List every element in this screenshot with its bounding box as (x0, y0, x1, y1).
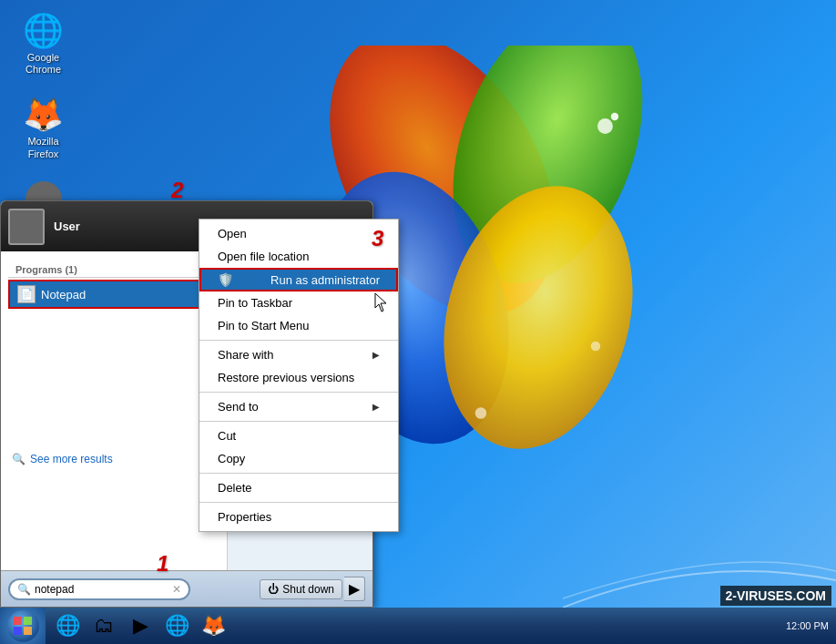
context-open-file-location-label: Open file location (218, 250, 309, 263)
context-delete-label: Delete (218, 481, 252, 495)
chrome-label: Google Chrome (13, 52, 74, 76)
shutdown-arrow-icon: ▶ (349, 580, 360, 598)
context-open-label: Open (218, 227, 247, 240)
context-send-to[interactable]: Send to ▶ (199, 395, 398, 418)
context-properties[interactable]: Properties (199, 506, 398, 528)
context-open-file-location[interactable]: Open file location (199, 245, 398, 268)
shutdown-container: ⏻ Shut down ▶ (260, 577, 365, 601)
notepad-item[interactable]: 📄 Notepad (8, 280, 219, 309)
label-3: 3 (372, 226, 383, 251)
desktop: 🌐 Google Chrome 🦊 Mozilla Firefox 1 2 3 … (0, 0, 836, 644)
context-pin-start[interactable]: Pin to Start Menu (199, 314, 398, 337)
context-properties-label: Properties (218, 510, 271, 524)
taskbar-chrome-icon[interactable]: 🌐 (159, 609, 194, 642)
taskbar-firefox-icon[interactable]: 🦊 (196, 609, 230, 642)
send-to-arrow: ▶ (372, 402, 380, 412)
context-share-with-label: Share with (218, 348, 273, 362)
shutdown-arrow-button[interactable]: ▶ (344, 577, 365, 601)
start-button[interactable] (0, 608, 46, 644)
svg-rect-10 (24, 617, 32, 625)
taskbar-right: 12:00 PM (779, 620, 836, 631)
shutdown-label: Shut down (282, 583, 334, 596)
firefox-icon-desktop[interactable]: 🦊 Mozilla Firefox (9, 93, 77, 163)
context-restore-prev-label: Restore previous versions (218, 371, 354, 384)
svg-rect-11 (14, 627, 22, 635)
separator-3 (199, 421, 398, 422)
share-with-arrow: ▶ (372, 350, 380, 360)
context-pin-taskbar-label: Pin to Taskbar (218, 296, 292, 310)
context-copy[interactable]: Copy (199, 447, 398, 470)
context-run-as-admin[interactable]: 🛡️ Run as administrator (199, 268, 398, 291)
username: User (54, 220, 80, 233)
separator-5 (199, 502, 398, 503)
context-menu: Open Open file location 🛡️ Run as admini… (199, 219, 399, 532)
notepad-label: Notepad (41, 288, 86, 302)
watermark: 2-VIRUSES.COM (720, 586, 831, 606)
desktop-icons: 🌐 Google Chrome 🦊 Mozilla Firefox (9, 9, 77, 224)
context-open[interactable]: Open (199, 222, 398, 245)
search-clear-button[interactable]: ✕ (172, 583, 181, 596)
start-menu-left: Programs (1) 📄 Notepad 🔍 See more result… (1, 251, 227, 570)
separator-1 (199, 340, 398, 341)
see-more-container: 🔍 See more results (1, 449, 227, 469)
svg-point-5 (611, 113, 618, 120)
context-copy-label: Copy (218, 452, 245, 465)
label-2: 2 (171, 178, 183, 203)
run-as-admin-icon: 🛡️ (218, 272, 233, 287)
see-more-label: See more results (30, 453, 113, 465)
start-menu-bottom: 🔍 ✕ ⏻ Shut down ▶ (1, 570, 372, 607)
search-box[interactable]: 🔍 ✕ (8, 578, 190, 600)
search-input[interactable] (35, 583, 172, 596)
taskbar-items: 🌐 🗂 ▶ 🌐 🦊 (46, 609, 779, 642)
chrome-icon-desktop[interactable]: 🌐 Google Chrome (9, 9, 77, 79)
separator-2 (199, 392, 398, 393)
separator-4 (199, 473, 398, 474)
context-share-with[interactable]: Share with ▶ (199, 343, 398, 366)
svg-point-6 (475, 407, 487, 419)
context-delete[interactable]: Delete (199, 476, 398, 499)
context-run-as-admin-label: Run as administrator (270, 273, 380, 287)
svg-point-7 (591, 342, 601, 352)
context-pin-start-label: Pin to Start Menu (218, 319, 309, 332)
user-avatar (8, 209, 45, 245)
context-pin-taskbar[interactable]: Pin to Taskbar (199, 291, 398, 314)
taskbar: 🌐 🗂 ▶ 🌐 🦊 12:00 PM (0, 608, 836, 644)
context-cut[interactable]: Cut (199, 424, 398, 447)
context-send-to-label: Send to (218, 400, 259, 414)
taskbar-time: 12:00 PM (786, 620, 829, 631)
taskbar-explorer-icon[interactable]: 🗂 (87, 609, 121, 642)
svg-rect-9 (14, 617, 22, 625)
svg-rect-12 (24, 627, 32, 635)
notepad-icon: 📄 (17, 285, 36, 303)
search-icon: 🔍 (17, 583, 31, 596)
firefox-label: Mozilla Firefox (13, 136, 74, 159)
context-cut-label: Cut (218, 429, 236, 443)
taskbar-media-icon[interactable]: ▶ (123, 609, 158, 642)
label-1: 1 (157, 551, 168, 577)
programs-section: Programs (1) 📄 Notepad (1, 259, 227, 312)
shutdown-icon: ⏻ (268, 583, 279, 596)
see-more-results[interactable]: 🔍 See more results (1, 449, 227, 469)
taskbar-ie-icon[interactable]: 🌐 (50, 609, 85, 642)
svg-point-4 (597, 118, 613, 134)
start-orb (7, 610, 39, 642)
programs-label: Programs (1) (8, 262, 219, 278)
context-restore-prev[interactable]: Restore previous versions (199, 366, 398, 389)
shutdown-button[interactable]: ⏻ Shut down (260, 579, 342, 599)
